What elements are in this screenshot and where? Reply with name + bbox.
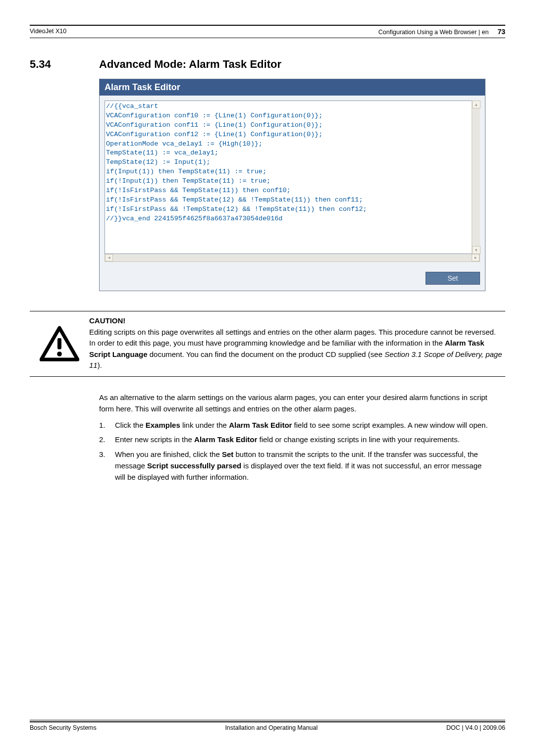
horizontal-scrollbar[interactable]: ◂ ▸	[105, 253, 480, 262]
caution-block: CAUTION! Editing scripts on this page ov…	[30, 311, 505, 377]
alarm-task-editor-panel: Alarm Task Editor //{{vca_start VCAConfi…	[99, 79, 485, 291]
step-1: Click the Examples link under the Alarm …	[99, 419, 490, 431]
caution-para-1: Editing scripts on this page overwrites …	[89, 327, 505, 338]
caution-para-2: In order to edit this page, you must hav…	[89, 338, 505, 371]
steps-list: Click the Examples link under the Alarm …	[99, 419, 490, 483]
caution-heading: CAUTION!	[89, 315, 505, 327]
scroll-left-icon[interactable]: ◂	[105, 254, 113, 261]
panel-title: Alarm Task Editor	[100, 79, 485, 96]
step-3: When you are finished, click the Set but…	[99, 449, 490, 483]
page-number: 73	[497, 28, 505, 36]
intro-paragraph: As an alternative to the alarm settings …	[99, 392, 490, 415]
svg-point-1	[57, 352, 62, 356]
page-header: VideoJet X10 Configuration Using a Web B…	[30, 28, 505, 38]
section-title: Advanced Mode: Alarm Task Editor	[99, 58, 281, 71]
set-button[interactable]: Set	[426, 272, 480, 285]
warning-icon	[30, 315, 89, 364]
header-right-label: Configuration Using a Web Browser | en	[378, 29, 489, 36]
scroll-down-icon[interactable]: ▾	[472, 246, 481, 254]
svg-rect-0	[57, 338, 61, 349]
footer-left: Bosch Security Systems	[30, 724, 97, 731]
scroll-right-icon[interactable]: ▸	[472, 254, 480, 261]
section-number: 5.34	[30, 58, 99, 71]
footer-center: Installation and Operating Manual	[225, 724, 318, 731]
header-left: VideoJet X10	[30, 28, 66, 36]
script-textarea[interactable]: //{{vca_start VCAConfiguration conf10 :=…	[105, 101, 480, 254]
step-2: Enter new scripts in the Alarm Task Edit…	[99, 434, 490, 445]
vertical-scrollbar[interactable]: ▴ ▾	[472, 101, 480, 254]
page-footer: Bosch Security Systems Installation and …	[30, 720, 505, 731]
footer-right: DOC | V4.0 | 2009.06	[446, 724, 505, 731]
scroll-up-icon[interactable]: ▴	[472, 101, 481, 108]
